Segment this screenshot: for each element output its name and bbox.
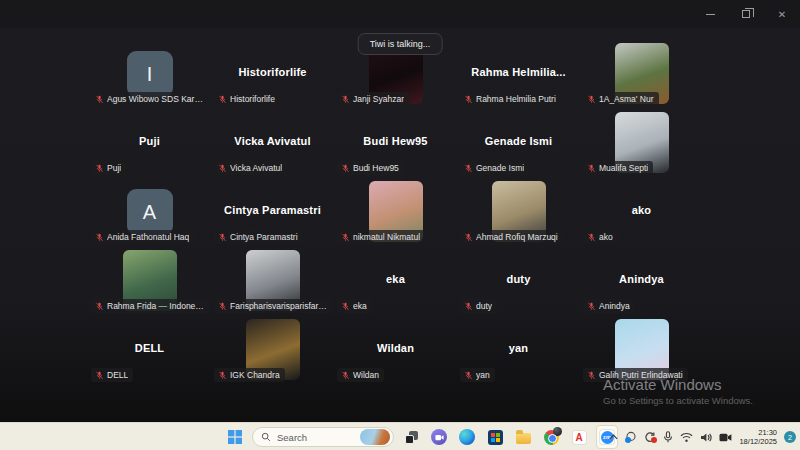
participant-display-name: Genade Ismi: [457, 135, 580, 147]
taskbar-search-input[interactable]: Search: [252, 427, 394, 447]
participant-tile[interactable]: Mualifa Septi: [580, 109, 703, 178]
participant-tile[interactable]: I Agus Wibowo SDS Kartika X-2: [88, 40, 211, 109]
edge-icon: [459, 429, 475, 445]
windows-taskbar: Search A zm: [0, 422, 800, 450]
chrome-browser-button[interactable]: [540, 425, 562, 449]
participant-tile[interactable]: Historiforlife Historiforlife: [211, 40, 334, 109]
participant-name-label: Anida Fathonatul Haq: [91, 230, 194, 244]
mic-muted-icon: [95, 371, 104, 380]
acrobat-button[interactable]: A: [568, 425, 590, 449]
participant-name-label: Farispharisvarisparisfarisphari...: [214, 299, 332, 313]
participant-tile[interactable]: eka eka: [334, 247, 457, 316]
microsoft-store-button[interactable]: [484, 425, 506, 449]
volume-tray-icon[interactable]: [700, 432, 712, 443]
task-view-button[interactable]: [400, 425, 422, 449]
windows-logo-icon: [228, 430, 242, 444]
participant-tile[interactable]: Anindya Anindya: [580, 247, 703, 316]
mic-muted-icon: [95, 233, 104, 242]
mic-muted-icon: [95, 164, 104, 173]
network-status-icon[interactable]: [625, 431, 637, 443]
participant-name-label: Cintya Paramastri: [214, 230, 303, 244]
participant-tile[interactable]: Ahmad Rofiq Marzuqi: [457, 178, 580, 247]
participant-name-label: duty: [460, 299, 497, 313]
mic-muted-icon: [341, 164, 350, 173]
minimize-button[interactable]: [692, 0, 728, 28]
participant-tile[interactable]: DELL DELL: [88, 316, 211, 385]
participant-tile[interactable]: Cintya Paramastri Cintya Paramastri: [211, 178, 334, 247]
active-speaker-tooltip: Tiwi is talking...: [358, 33, 443, 55]
chat-app-button[interactable]: [428, 425, 450, 449]
participant-tile[interactable]: Wildan Wildan: [334, 316, 457, 385]
watermark-title: Activate Windows: [603, 376, 753, 393]
close-button[interactable]: ✕: [764, 0, 800, 28]
participant-display-name: duty: [457, 273, 580, 285]
mic-muted-icon: [341, 233, 350, 242]
participant-display-name: Anindya: [580, 273, 703, 285]
participant-tile[interactable]: Rahma Helmilia... Rahma Helmilia Putri: [457, 40, 580, 109]
hidden-icons-chevron[interactable]: [609, 434, 618, 440]
mic-muted-icon: [218, 164, 227, 173]
participant-name-text: Wildan: [353, 370, 379, 380]
wifi-tray-icon[interactable]: [680, 432, 693, 443]
participant-tile[interactable]: nikmatul Nikmatul: [334, 178, 457, 247]
taskbar-clock[interactable]: 21:30 18/12/2025: [739, 428, 777, 446]
video-chat-icon: [431, 429, 447, 445]
edge-browser-button[interactable]: [456, 425, 478, 449]
participant-name-label: yan: [460, 368, 495, 382]
participant-tile[interactable]: Budi Hew95 Budi Hew95: [334, 109, 457, 178]
participant-name-label: Genade Ismi: [460, 161, 529, 175]
participant-name-text: Genade Ismi: [476, 163, 524, 173]
participant-tile[interactable]: A Anida Fathonatul Haq: [88, 178, 211, 247]
participant-name-label: Rahma Frida — Indonesia: [91, 299, 209, 313]
participant-display-name: Historiforlife: [211, 66, 334, 78]
mic-muted-icon: [464, 164, 473, 173]
participant-name-text: Farispharisvarisparisfarisphari...: [230, 301, 327, 311]
participant-name-label: Historiforlife: [214, 92, 280, 106]
participant-name-text: Cintya Paramastri: [230, 232, 298, 242]
participant-display-name: Cintya Paramastri: [211, 204, 334, 216]
search-placeholder-text: Search: [277, 432, 307, 443]
notification-count-badge[interactable]: 2: [784, 431, 796, 443]
participant-name-label: Puji: [91, 161, 126, 175]
microphone-tray-icon[interactable]: [663, 431, 673, 443]
participant-name-label: eka: [337, 299, 372, 313]
participant-tile[interactable]: duty duty: [457, 247, 580, 316]
system-tray: 21:30 18/12/2025 2: [609, 423, 796, 450]
participant-name-label: Janji Syahzar: [337, 92, 409, 106]
participant-tile[interactable]: Puji Puji: [88, 109, 211, 178]
participant-tile[interactable]: Genade Ismi Genade Ismi: [457, 109, 580, 178]
participant-tile[interactable]: ako ako: [580, 178, 703, 247]
participant-tile[interactable]: yan yan: [457, 316, 580, 385]
participant-name-label: DELL: [91, 368, 133, 382]
search-highlight-image: [360, 429, 390, 445]
restore-button[interactable]: [728, 0, 764, 28]
mic-muted-icon: [341, 302, 350, 311]
search-icon: [261, 432, 271, 442]
participant-tile[interactable]: 1A_Asma' Nur: [580, 40, 703, 109]
mic-muted-icon: [464, 302, 473, 311]
participant-tile[interactable]: Rahma Frida — Indonesia: [88, 247, 211, 316]
participant-tile[interactable]: IGK Chandra: [211, 316, 334, 385]
chrome-icon: [544, 430, 559, 445]
participant-name-label: 1A_Asma' Nur: [583, 92, 659, 106]
file-explorer-button[interactable]: [512, 425, 534, 449]
participant-avatar-letter: A: [127, 189, 173, 235]
clock-date: 18/12/2025: [739, 437, 777, 446]
mic-muted-icon: [464, 233, 473, 242]
windows-start-button[interactable]: [224, 425, 246, 449]
participant-name-text: Janji Syahzar: [353, 94, 404, 104]
taskbar-app-icons: Search A zm: [224, 423, 618, 450]
participant-display-name: Budi Hew95: [334, 135, 457, 147]
camera-tray-icon[interactable]: [719, 433, 732, 442]
participant-display-name: Vicka Avivatul: [211, 135, 334, 147]
participant-name-label: Budi Hew95: [337, 161, 404, 175]
mic-muted-icon: [587, 371, 596, 380]
participant-tile[interactable]: Vicka Avivatul Vicka Avivatul: [211, 109, 334, 178]
participant-name-text: Anida Fathonatul Haq: [107, 232, 189, 242]
sync-status-icon[interactable]: [644, 431, 656, 443]
mic-muted-icon: [341, 371, 350, 380]
participant-tile[interactable]: Farispharisvarisparisfarisphari...: [211, 247, 334, 316]
mic-muted-icon: [587, 164, 596, 173]
participant-name-text: 1A_Asma' Nur: [599, 94, 654, 104]
participant-tile[interactable]: Galih Putri Erlindawati: [580, 316, 703, 385]
